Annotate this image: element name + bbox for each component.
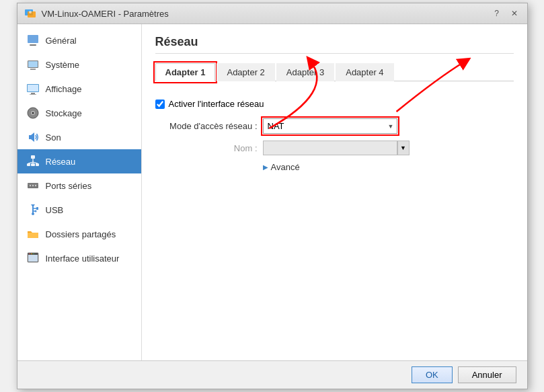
svg-point-14 [32,112,34,114]
tab-adapter4[interactable]: Adapter 4 [336,63,393,81]
svg-rect-38 [28,255,38,262]
svg-rect-9 [28,85,38,91]
titlebar-controls: ? ✕ [491,7,520,19]
svg-rect-18 [36,163,39,166]
sidebar-item-son[interactable]: Son [17,125,141,149]
mode-label: Mode d'accès réseau : [155,121,263,131]
sidebar-label-usb: USB [46,205,64,215]
adapter-content: Activer l'interface réseau Mode d'accès … [155,92,514,179]
svg-point-2 [29,11,32,13]
sidebar-item-usb[interactable]: USB [17,198,141,222]
adapter-tabs: Adapter 1 Adapter 2 Adapter 3 Adapter 4 [155,63,514,81]
tab-adapter3[interactable]: Adapter 3 [276,63,334,81]
svg-point-25 [29,185,30,186]
svg-point-41 [31,253,32,255]
window-title: VM-Linux-OAMERI - Paramètres [42,9,169,19]
svg-line-21 [28,162,33,163]
svg-point-42 [33,253,34,255]
sidebar-item-affichage[interactable]: Affichage [17,77,141,101]
titlebar-left: VM-Linux-OAMERI - Paramètres [24,7,169,19]
nom-input [263,141,397,155]
sidebar-item-general[interactable]: Général [17,28,141,52]
svg-rect-6 [28,61,38,67]
sidebar-label-systeme: Système [46,60,80,70]
titlebar: VM-Linux-OAMERI - Paramètres ? ✕ [17,3,527,24]
svg-rect-16 [31,155,35,159]
svg-rect-36 [28,233,38,238]
svg-point-34 [34,210,36,212]
svg-point-26 [32,185,33,186]
svg-line-23 [33,162,38,163]
sound-icon [26,130,40,145]
tab-adapter2[interactable]: Adapter 2 [217,63,274,81]
ok-button[interactable]: OK [412,366,453,383]
enable-label[interactable]: Activer l'interface réseau [169,99,264,109]
sidebar-item-stockage[interactable]: Stockage [17,101,141,125]
mode-dropdown[interactable]: NAT Réseau interne Réseau hôte uniquemen… [263,118,397,134]
svg-rect-3 [28,35,38,43]
sidebar-label-affichage: Affichage [46,84,82,94]
sidebar-item-interface[interactable]: Interface utilisateur [17,246,141,270]
avance-arrow-icon: ▶ [263,163,268,171]
svg-rect-10 [31,93,35,94]
svg-marker-30 [31,204,35,207]
sidebar-label-stockage: Stockage [46,108,82,118]
storage-icon [26,106,40,120]
ui-icon [26,251,40,266]
general-icon [26,33,40,48]
svg-point-40 [29,253,30,255]
sidebar-label-general: Général [46,36,77,46]
main-window: VM-Linux-OAMERI - Paramètres ? ✕ Général [17,3,528,389]
sidebar-item-systeme[interactable]: Système [17,52,141,77]
avance-label: Avancé [271,162,300,172]
svg-rect-11 [30,94,36,95]
tab-adapter1[interactable]: Adapter 1 [155,63,216,81]
window-footer: OK Annuler [17,360,527,389]
sidebar-item-ports-series[interactable]: Ports séries [17,173,141,198]
sidebar-label-dossiers: Dossiers partagés [46,229,116,239]
folder-icon [26,227,40,241]
svg-point-27 [34,185,36,186]
svg-rect-32 [36,207,38,210]
sidebar-label-reseau: Réseau [46,157,76,167]
enable-interface-row: Activer l'interface réseau [155,99,514,109]
svg-marker-15 [29,132,34,142]
cancel-button[interactable]: Annuler [458,366,516,383]
svg-rect-4 [30,44,36,46]
sidebar-label-interface: Interface utilisateur [46,253,120,264]
network-icon [26,154,40,169]
sidebar: Général Système [17,24,142,360]
svg-rect-17 [27,163,30,166]
sidebar-label-ports-series: Ports séries [46,181,92,191]
avance-row[interactable]: ▶ Avancé [263,162,514,172]
nom-row: Nom : ▼ [155,141,514,155]
display-icon [26,81,40,96]
usb-icon [26,202,40,217]
sidebar-item-reseau[interactable]: Réseau [17,149,141,173]
main-content: Réseau Adapter 1 Adapter 2 Adapter 3 Ada… [142,24,527,360]
help-button[interactable]: ? [491,7,503,19]
svg-rect-1 [28,11,36,17]
sidebar-label-son: Son [46,132,61,143]
svg-rect-19 [31,163,35,166]
serial-icon [26,178,40,193]
window-body: Général Système [17,24,527,360]
nom-dropdown-button[interactable]: ▼ [397,141,410,155]
mode-dropdown-wrapper: NAT Réseau interne Réseau hôte uniquemen… [263,118,397,134]
svg-point-35 [32,212,34,215]
system-icon [26,57,40,72]
nom-label: Nom : [155,143,263,153]
mode-access-row: Mode d'accès réseau : NAT Réseau interne… [155,118,514,134]
close-button[interactable]: ✕ [508,7,520,19]
app-icon [24,7,36,19]
sidebar-item-dossiers[interactable]: Dossiers partagés [17,222,141,246]
svg-rect-7 [30,69,36,70]
enable-checkbox[interactable] [155,100,165,109]
section-title: Réseau [155,35,514,54]
